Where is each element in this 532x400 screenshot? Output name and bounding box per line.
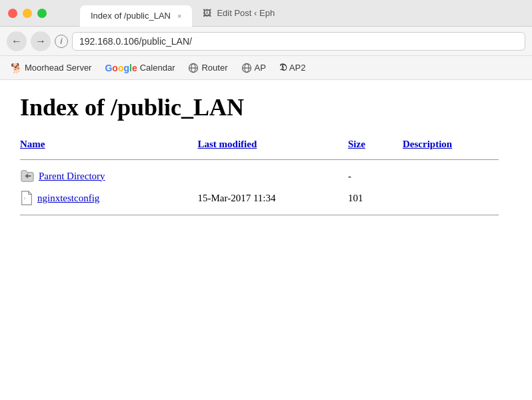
sort-name-link[interactable]: Name xyxy=(20,139,45,149)
svg-text:?: ? xyxy=(23,196,25,201)
parent-dir-link[interactable]: Parent Directory xyxy=(39,171,105,182)
col-desc-nginx xyxy=(403,187,512,209)
col-header-modified: Last modified xyxy=(198,135,349,154)
table-row: Parent Directory - xyxy=(20,165,512,187)
content-area: Index of /public_LAN Name Last modified … xyxy=(0,80,532,234)
other-tab-label: Edit Post ‹ Eph xyxy=(217,8,275,18)
sort-modified-link[interactable]: Last modified xyxy=(198,139,257,149)
address-text: 192.168.0.106/public_LAN/ xyxy=(79,36,192,47)
bookmark-ap-label: AP xyxy=(255,63,266,73)
forward-button[interactable]: → xyxy=(31,31,51,51)
file-listing-table: Name Last modified Size Description xyxy=(20,135,512,221)
info-label: i xyxy=(60,37,62,46)
bookmark-calendar[interactable]: Google Calendar xyxy=(99,60,180,76)
bookmark-moorhead-label: Moorhead Server xyxy=(25,63,91,73)
back-button[interactable]: ← xyxy=(7,31,27,51)
bookmark-router[interactable]: Router xyxy=(183,60,233,76)
col-size-parent: - xyxy=(348,165,403,187)
bookmark-ap2[interactable]: 𝔇 AP2 xyxy=(274,59,311,76)
active-tab[interactable]: Index of /public_LAN × xyxy=(80,5,192,27)
tab-bar: Index of /public_LAN × 🖼 Edit Post ‹ Eph xyxy=(80,0,532,26)
col-header-name: Name xyxy=(20,135,198,154)
other-tab[interactable]: 🖼 Edit Post ‹ Eph xyxy=(192,0,285,26)
nginx-file-link[interactable]: nginxtestconfig xyxy=(37,193,99,204)
col-modified-parent xyxy=(198,165,349,187)
bookmark-moorhead[interactable]: 🐕 Moorhead Server xyxy=(5,60,97,76)
col-desc-parent xyxy=(403,165,512,187)
address-bar[interactable]: 192.168.0.106/public_LAN/ xyxy=(72,32,525,51)
bookmark-ap[interactable]: AP xyxy=(236,60,271,76)
d-icon: 𝔇 xyxy=(279,62,287,73)
table-row: ? nginxtestconfig 15-Mar-2017 11:34 101 xyxy=(20,187,512,209)
tab-close-icon[interactable]: × xyxy=(177,12,181,20)
separator-row xyxy=(20,154,512,165)
bookmarks-bar: 🐕 Moorhead Server Google Calendar Router… xyxy=(0,56,532,80)
sort-description-link[interactable]: Description xyxy=(403,139,452,149)
minimize-button[interactable] xyxy=(23,9,32,18)
file-icon: ? xyxy=(20,191,33,205)
maximize-button[interactable] xyxy=(37,9,47,18)
col-modified-nginx: 15-Mar-2017 11:34 xyxy=(198,187,349,209)
window-controls xyxy=(8,9,47,18)
nav-bar: ← → i 192.168.0.106/public_LAN/ xyxy=(0,27,532,56)
title-bar: Index of /public_LAN × 🖼 Edit Post ‹ Eph xyxy=(0,0,532,27)
bookmark-router-label: Router xyxy=(201,63,227,73)
bookmark-calendar-label: Calendar xyxy=(140,63,175,73)
bookmark-ap2-label: AP2 xyxy=(289,63,306,73)
close-button[interactable] xyxy=(8,9,17,18)
col-name-nginx: ? nginxtestconfig xyxy=(20,187,198,209)
col-name-parent: Parent Directory xyxy=(20,165,198,187)
page-title: Index of /public_LAN xyxy=(20,93,512,121)
globe-ap-icon xyxy=(241,63,252,73)
col-header-description: Description xyxy=(403,135,512,154)
active-tab-label: Index of /public_LAN xyxy=(91,11,171,21)
col-size-nginx: 101 xyxy=(348,187,403,209)
dog-icon: 🐕 xyxy=(11,63,22,73)
other-tab-icon: 🖼 xyxy=(203,8,211,18)
globe-router-icon xyxy=(188,63,199,73)
info-icon[interactable]: i xyxy=(55,35,68,48)
google-icon: Google xyxy=(105,63,137,73)
sort-size-link[interactable]: Size xyxy=(348,139,365,149)
col-header-size: Size xyxy=(348,135,403,154)
parent-dir-icon xyxy=(20,169,35,183)
separator-row-bottom xyxy=(20,209,512,221)
